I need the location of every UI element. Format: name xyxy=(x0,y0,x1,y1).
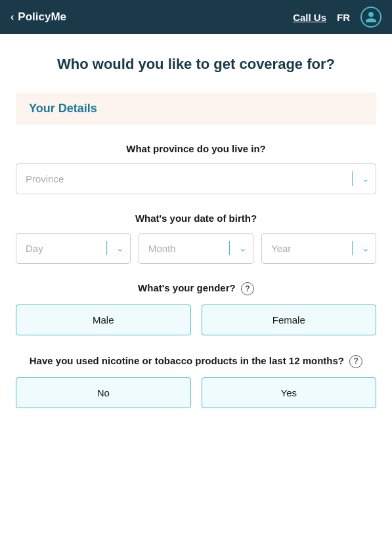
main-content: Who would you like to get coverage for? … xyxy=(0,34,392,442)
year-select-wrapper: Year for(let y=new Date().getFullYear();… xyxy=(261,233,376,264)
no-button[interactable]: No xyxy=(16,377,191,408)
province-divider xyxy=(352,171,353,186)
user-icon xyxy=(364,11,378,24)
month-divider xyxy=(229,241,230,255)
day-select[interactable]: Day for(let i=1;i<=31;i++) document.writ… xyxy=(16,233,131,264)
province-field-group: What province do you live in? Province A… xyxy=(16,143,376,194)
nicotine-help-icon[interactable]: ? xyxy=(349,355,362,368)
call-us-link[interactable]: Call Us xyxy=(293,12,326,23)
female-button[interactable]: Female xyxy=(202,305,377,335)
month-select-wrapper: Month January February March April May J… xyxy=(139,233,253,264)
your-details-section: Your Details xyxy=(16,93,376,125)
day-divider xyxy=(106,241,108,255)
province-select[interactable]: Province Alberta British Columbia Manito… xyxy=(16,163,376,194)
nicotine-row: No Yes xyxy=(16,377,376,408)
your-details-heading: Your Details xyxy=(29,102,97,115)
app-header: ‹ PolicyMe Call Us FR xyxy=(0,0,392,34)
dob-question-label: What's your date of birth? xyxy=(16,213,376,224)
gender-question-label: What's your gender? ? xyxy=(16,282,376,295)
province-select-wrapper: Province Alberta British Columbia Manito… xyxy=(16,163,376,194)
dob-field-group: What's your date of birth? Day for(let i… xyxy=(16,213,376,264)
header-actions: Call Us FR xyxy=(293,7,381,28)
back-icon[interactable]: ‹ xyxy=(11,11,14,23)
brand-logo[interactable]: ‹ PolicyMe xyxy=(11,11,66,24)
nicotine-question-label: Have you used nicotine or tobacco produc… xyxy=(16,354,376,368)
yes-button[interactable]: Yes xyxy=(202,377,377,408)
male-button[interactable]: Male xyxy=(16,305,191,335)
day-select-wrapper: Day for(let i=1;i<=31;i++) document.writ… xyxy=(16,233,131,264)
province-question-label: What province do you live in? xyxy=(16,143,376,154)
gender-field-group: What's your gender? ? Male Female xyxy=(16,282,376,335)
year-divider xyxy=(352,241,353,255)
dob-row: Day for(let i=1;i<=31;i++) document.writ… xyxy=(16,233,376,264)
gender-help-icon[interactable]: ? xyxy=(241,282,254,295)
user-avatar[interactable] xyxy=(360,7,381,28)
nicotine-field-group: Have you used nicotine or tobacco produc… xyxy=(16,354,376,408)
month-select[interactable]: Month January February March April May J… xyxy=(139,233,253,264)
year-select[interactable]: Year for(let y=new Date().getFullYear();… xyxy=(261,233,376,264)
brand-name: PolicyMe xyxy=(18,11,66,24)
language-switch[interactable]: FR xyxy=(337,12,350,23)
page-title: Who would you like to get coverage for? xyxy=(16,55,376,74)
gender-row: Male Female xyxy=(16,305,376,335)
